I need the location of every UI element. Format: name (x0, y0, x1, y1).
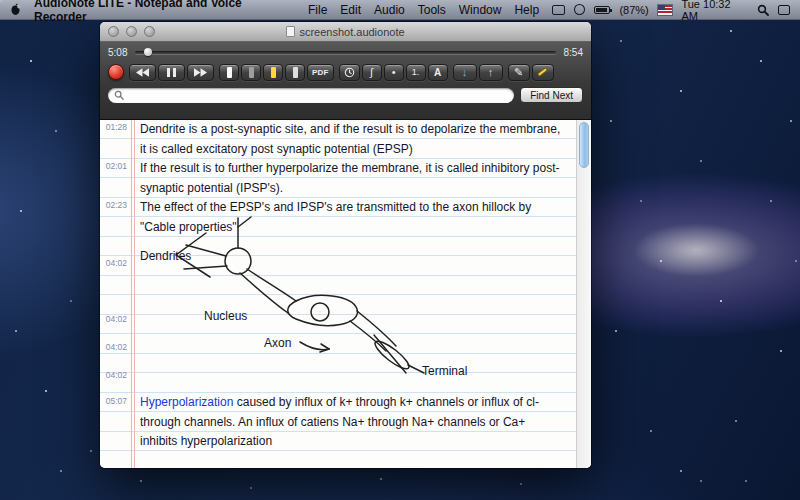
white-swatch-icon (227, 67, 232, 78)
transport-group (129, 64, 214, 81)
menu-edit[interactable]: Edit (340, 3, 361, 17)
note-paragraph[interactable]: If the result is to further hyperpolariz… (140, 159, 565, 198)
pen-style-group: PDF (219, 64, 334, 81)
menu-help[interactable]: Help (514, 3, 539, 17)
pen-tool-button[interactable]: ✎ (508, 64, 530, 81)
menu-bar: AudioNote LITE - Notepad and Voice Recor… (0, 0, 800, 20)
numbered-list-icon: 1. (412, 67, 420, 77)
draw-group: ✎ (508, 64, 554, 81)
note-paper[interactable]: 01:28 02:01 02:23 04:02 04:02 04:02 04:0… (100, 120, 591, 468)
highlighter-tool-button[interactable] (532, 64, 554, 81)
window-title: screenshot.audionote (100, 26, 591, 38)
search-field[interactable] (108, 88, 514, 103)
arrow-up-icon: ↑ (488, 66, 494, 78)
timestamp: 02:01 (100, 161, 127, 171)
slider-knob[interactable] (144, 48, 152, 56)
hyperpolarization-link[interactable]: Hyperpolarization (140, 395, 233, 409)
apple-menu-icon[interactable] (10, 3, 21, 16)
search-row: Find Next (108, 86, 583, 104)
label-nucleus[interactable]: Nucleus (204, 309, 247, 323)
pen-gray-swatch[interactable] (241, 64, 261, 81)
pdf-button[interactable]: PDF (307, 64, 334, 81)
close-button[interactable] (108, 26, 119, 37)
scroll-follow-button[interactable]: ↓ (453, 64, 477, 81)
timestamp: 04:02 (100, 370, 127, 380)
scrollbar-thumb[interactable] (579, 122, 589, 168)
note-paragraph[interactable]: Dendrite is a post-synaptic site, and if… (140, 120, 565, 159)
timestamp: 02:23 (100, 200, 127, 210)
time-machine-icon[interactable] (574, 4, 585, 15)
us-flag-icon[interactable] (658, 5, 673, 15)
integral-icon: ∫ (370, 67, 373, 78)
timestamp: 04:02 (100, 342, 127, 352)
menu-bar-status: (87%) Tue 10:32 AM (552, 0, 790, 22)
window-title-text: screenshot.audionote (299, 26, 404, 38)
scroll-up-button[interactable]: ↑ (479, 64, 503, 81)
bullet-icon: • (392, 67, 396, 78)
timestamp: 01:28 (100, 122, 127, 132)
battery-percent[interactable]: (87%) (619, 4, 648, 16)
playback-slider[interactable] (135, 47, 555, 57)
menu-bar-clock[interactable]: Tue 10:32 AM (681, 0, 748, 22)
fast-forward-button[interactable] (187, 64, 214, 81)
neuron-sketch-drawing[interactable] (130, 215, 550, 395)
numbered-list-button[interactable]: 1. (406, 64, 426, 81)
label-terminal[interactable]: Terminal (422, 364, 467, 378)
menu-window[interactable]: Window (459, 3, 502, 17)
spotlight-icon[interactable] (757, 4, 769, 16)
record-button[interactable] (108, 64, 124, 80)
find-next-button[interactable]: Find Next (520, 87, 583, 103)
toolbar: 5:08 8:54 (100, 42, 591, 120)
search-input[interactable] (128, 89, 508, 102)
playback-row: 5:08 8:54 (108, 44, 583, 60)
arrow-group: ↓ ↑ (453, 64, 503, 81)
arrow-down-icon: ↓ (462, 66, 468, 78)
label-dendrites[interactable]: Dendrites (140, 249, 191, 263)
bullet-tool-button[interactable]: • (384, 64, 404, 81)
zoom-button[interactable] (144, 26, 155, 37)
tool-button-row: PDF ∫ • 1. A ↓ ↑ ✎ (108, 60, 583, 84)
timestamp: 04:02 (100, 258, 127, 268)
yellow-swatch-icon (271, 67, 276, 78)
vertical-scrollbar[interactable] (576, 120, 591, 468)
pen-yellow-swatch[interactable] (263, 64, 283, 81)
desktop: AudioNote LITE - Notepad and Voice Recor… (0, 0, 800, 500)
insert-group: ∫ • 1. A (339, 64, 448, 81)
menu-file[interactable]: File (308, 3, 327, 17)
audionote-window: screenshot.audionote 5:08 8:54 (100, 22, 591, 468)
pdf-label: PDF (312, 68, 329, 77)
elapsed-time: 5:08 (108, 47, 127, 58)
menu-tools[interactable]: Tools (418, 3, 446, 17)
notification-list-icon[interactable] (778, 5, 790, 15)
minimize-button[interactable] (126, 26, 137, 37)
label-axon[interactable]: Axon (264, 336, 291, 350)
document-icon (286, 26, 295, 37)
rewind-button[interactable] (129, 64, 156, 81)
text-tool-button[interactable]: A (428, 64, 448, 81)
clock-tool-button[interactable] (339, 64, 360, 81)
slider-track[interactable] (135, 51, 555, 54)
note-paragraph[interactable]: Hyperpolarization caused by influx of k+… (140, 393, 565, 452)
clock-icon (344, 67, 355, 78)
pen-light-swatch[interactable] (285, 64, 305, 81)
timestamp: 05:07 (100, 396, 127, 406)
total-time: 8:54 (564, 47, 583, 58)
pen-icon: ✎ (514, 67, 523, 78)
window-titlebar[interactable]: screenshot.audionote (100, 22, 591, 42)
timestamp: 04:02 (100, 314, 127, 324)
display-icon[interactable] (552, 5, 565, 15)
integral-tool-button[interactable]: ∫ (362, 64, 382, 81)
text-tool-icon: A (434, 67, 441, 78)
window-controls (108, 26, 155, 37)
battery-icon[interactable] (594, 6, 611, 14)
gray-swatch-icon (249, 67, 254, 78)
pen-white-swatch[interactable] (219, 64, 239, 81)
light-swatch-icon (293, 67, 298, 78)
search-icon (114, 90, 124, 100)
menu-audio[interactable]: Audio (374, 3, 405, 17)
highlighter-icon (537, 67, 548, 77)
pause-button[interactable] (158, 64, 185, 81)
app-menu-title[interactable]: AudioNote LITE - Notepad and Voice Recor… (34, 0, 295, 24)
